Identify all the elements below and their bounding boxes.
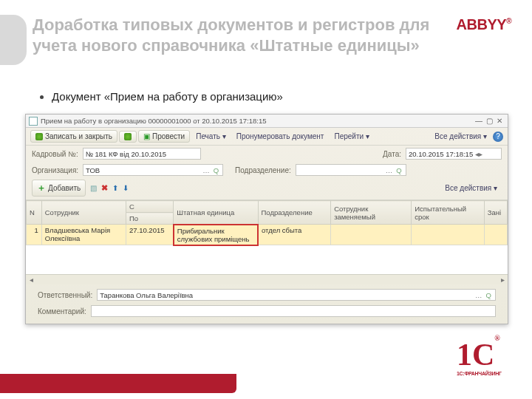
col-overflow[interactable]: Зані [484, 201, 507, 225]
print-menu[interactable]: Печать ▾ [191, 131, 231, 142]
post-button[interactable]: ▣ Провести [138, 130, 190, 143]
grid-toolbar: ＋ Добавить ▧ ✖ ⬆ ⬇ Все действия ▾ [26, 178, 508, 200]
table-row[interactable]: 1 Владшевська Марія Олексіївна 27.10.201… [27, 225, 508, 245]
ellipsis-icon[interactable]: … [200, 166, 212, 174]
cell-replaced[interactable] [331, 225, 412, 245]
org-input[interactable]: ТОВ … Q [83, 164, 223, 176]
col-probation[interactable]: Испытательный срок [412, 201, 485, 225]
maximize-button[interactable]: ▢ [484, 117, 494, 125]
label-dept: Подразделение: [235, 166, 291, 174]
lookup-icon[interactable]: Q [485, 291, 493, 299]
grid-all-actions-menu[interactable]: Все действия ▾ [440, 183, 502, 194]
onec-logo: 1C® 1С:ФРАНЧАЙЗИНГ [457, 337, 508, 381]
save-and-close-button[interactable]: Записать и закрыть [30, 130, 117, 143]
post-label: Провести [152, 132, 185, 140]
app-window: Прием на работу в организацию 0000000100… [25, 114, 508, 324]
label-date: Дата: [383, 150, 401, 158]
responsible-input[interactable]: Таранкова Ольга Валеріївна … Q [97, 289, 496, 301]
minimize-button[interactable]: — [474, 117, 484, 125]
cell-n[interactable]: 1 [27, 225, 42, 245]
col-n[interactable]: N [27, 201, 42, 225]
abbyy-logo: ABBYY® [457, 16, 511, 33]
scroll-right-icon[interactable]: ▸ [497, 276, 508, 284]
label-comment: Комментарий: [38, 307, 86, 316]
all-actions-menu[interactable]: Все действия ▾ [430, 131, 491, 142]
form-row-number-date: Кадровый №: № 181 КФ від 20.10.2015 Дата… [26, 146, 508, 162]
cell-overflow[interactable] [484, 225, 507, 245]
lookup-icon[interactable]: Q [395, 166, 403, 174]
label-org: Организация: [32, 166, 78, 174]
delete-row-button[interactable]: ✖ [101, 183, 108, 193]
footer-form: Ответственный: Таранкова Ольга Валеріївн… [26, 284, 508, 324]
save-icon [124, 133, 132, 140]
grid: N Сотрудник С Штатная единица Подразделе… [26, 200, 508, 274]
move-up-button[interactable]: ⬆ [112, 184, 118, 192]
window-title: Прием на работу в организацию 0000000100… [41, 117, 474, 125]
bullet-doc-name: Документ «Прием на работу в организацию» [52, 90, 283, 103]
kadrovy-num-value: № 181 КФ від 20.10.2015 [86, 150, 166, 158]
save-and-close-label: Записать и закрыть [45, 132, 112, 140]
move-down-button[interactable]: ⬇ [123, 184, 129, 192]
horizontal-scrollbar[interactable]: ◂ ▸ [26, 274, 508, 284]
ellipsis-icon[interactable]: … [473, 291, 485, 299]
plus-icon: ＋ [37, 182, 46, 194]
date-input[interactable]: 20.10.2015 17:18:15 ◂▸ [406, 148, 502, 160]
col-employee[interactable]: Сотрудник [41, 201, 126, 225]
col-dept[interactable]: Подразделение [258, 201, 331, 225]
comment-input[interactable] [91, 305, 496, 317]
responsible-value: Таранкова Ольга Валеріївна [100, 291, 473, 299]
col-position[interactable]: Штатная единица [174, 201, 258, 225]
cell-employee[interactable]: Владшевська Марія Олексіївна [41, 225, 126, 245]
close-button[interactable]: ✕ [494, 117, 505, 125]
copy-row-button[interactable]: ▧ [90, 184, 97, 192]
lookup-icon[interactable]: Q [212, 166, 220, 174]
goto-menu[interactable]: Перейти ▾ [330, 131, 373, 142]
col-from[interactable]: С [126, 201, 173, 213]
main-toolbar: Записать и закрыть ▣ Провести Печать ▾ П… [26, 128, 508, 146]
help-icon[interactable]: ? [493, 132, 503, 142]
label-kadrovy-num: Кадровый №: [32, 150, 78, 158]
brand-bottom-bar [0, 374, 236, 393]
col-replaced[interactable]: Сотрудник заменяемый [331, 201, 412, 225]
save-button[interactable] [119, 131, 137, 143]
title-accent-tab [0, 15, 27, 65]
scroll-left-icon[interactable]: ◂ [26, 276, 36, 284]
org-value: ТОВ [86, 166, 200, 174]
cell-probation[interactable] [412, 225, 485, 245]
add-label: Добавить [48, 184, 81, 192]
renumber-button[interactable]: Пронумеровать документ [232, 131, 329, 142]
cell-dept[interactable]: отдел сбыта [258, 225, 331, 245]
cell-from[interactable]: 27.10.2015 [126, 225, 173, 245]
slide-title: Доработка типовых документов и регистров… [33, 15, 439, 55]
ellipsis-icon[interactable]: … [383, 166, 395, 174]
titlebar: Прием на работу в организацию 0000000100… [26, 115, 508, 128]
form-row-org-dept: Организация: ТОВ … Q Подразделение: … Q [26, 162, 508, 178]
document-icon [29, 117, 38, 126]
dept-input[interactable]: … Q [296, 164, 406, 176]
save-icon [35, 133, 43, 140]
date-stepper-icon[interactable]: ◂▸ [473, 150, 485, 158]
kadrovy-num-input[interactable]: № 181 КФ від 20.10.2015 [83, 148, 201, 160]
date-value: 20.10.2015 17:18:15 [409, 150, 473, 158]
cell-position[interactable]: Прибиральник службових приміщень [174, 225, 258, 245]
col-to[interactable]: По [126, 213, 173, 225]
add-row-button[interactable]: ＋ Добавить [32, 180, 86, 197]
label-responsible: Ответственный: [38, 291, 92, 299]
